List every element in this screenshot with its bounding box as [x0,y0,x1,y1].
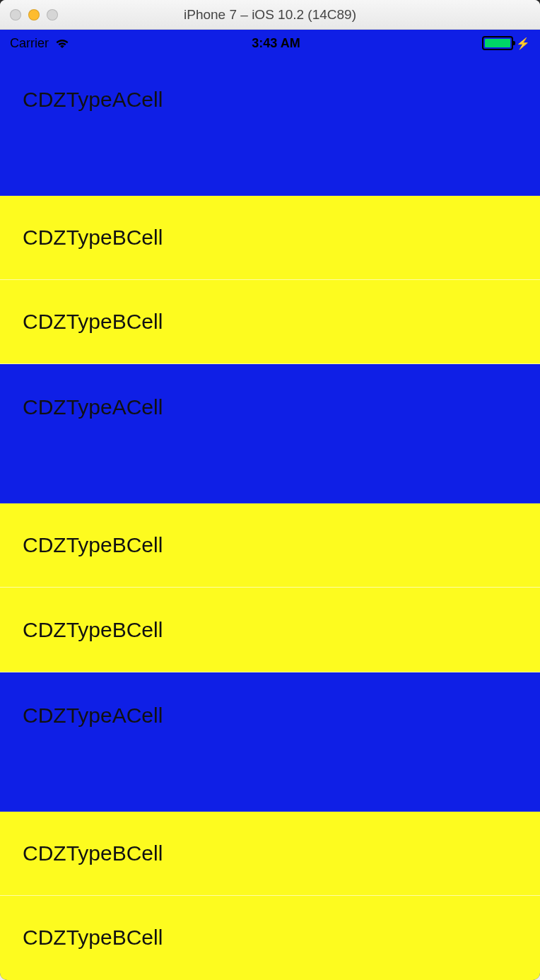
cell-label: CDZTypeBCell [23,841,163,865]
cell-label: CDZTypeBCell [23,618,163,642]
status-left: Carrier [10,36,70,51]
close-button[interactable] [10,9,21,21]
status-right: ⚡ [482,36,530,50]
status-bar: Carrier 3:43 AM ⚡ [0,30,540,57]
cell-label: CDZTypeBCell [23,310,163,334]
table-row[interactable]: CDZTypeBCell [0,812,540,896]
status-time: 3:43 AM [252,36,300,51]
table-row[interactable]: CDZTypeBCell [0,280,540,364]
traffic-lights [10,9,58,21]
window-titlebar[interactable]: iPhone 7 – iOS 10.2 (14C89) [0,0,540,30]
cell-label: CDZTypeACell [23,88,163,112]
table-row[interactable]: CDZTypeACell [0,364,540,503]
cell-label: CDZTypeACell [23,395,163,419]
table-row[interactable]: CDZTypeBCell [0,196,540,280]
table-row[interactable]: CDZTypeBCell [0,896,540,980]
maximize-button[interactable] [47,9,58,21]
battery-fill [485,39,510,47]
cell-label: CDZTypeBCell [23,226,163,250]
wifi-icon [54,37,70,49]
cell-label: CDZTypeBCell [23,533,163,557]
device-screen: Carrier 3:43 AM ⚡ CDZTypeACell [0,30,540,980]
cell-label: CDZTypeBCell [23,926,163,950]
simulator-window: iPhone 7 – iOS 10.2 (14C89) Carrier 3:43… [0,0,540,980]
carrier-label: Carrier [10,36,49,51]
table-view[interactable]: CDZTypeACell CDZTypeBCell CDZTypeBCell C… [0,57,540,980]
battery-icon [482,36,513,50]
table-row[interactable]: CDZTypeACell [0,672,540,812]
cell-label: CDZTypeACell [23,704,163,728]
window-title: iPhone 7 – iOS 10.2 (14C89) [0,7,540,23]
table-row[interactable]: CDZTypeBCell [0,588,540,672]
table-row[interactable]: CDZTypeACell [0,57,540,196]
minimize-button[interactable] [28,9,40,21]
charging-icon: ⚡ [516,37,530,50]
table-row[interactable]: CDZTypeBCell [0,503,540,588]
